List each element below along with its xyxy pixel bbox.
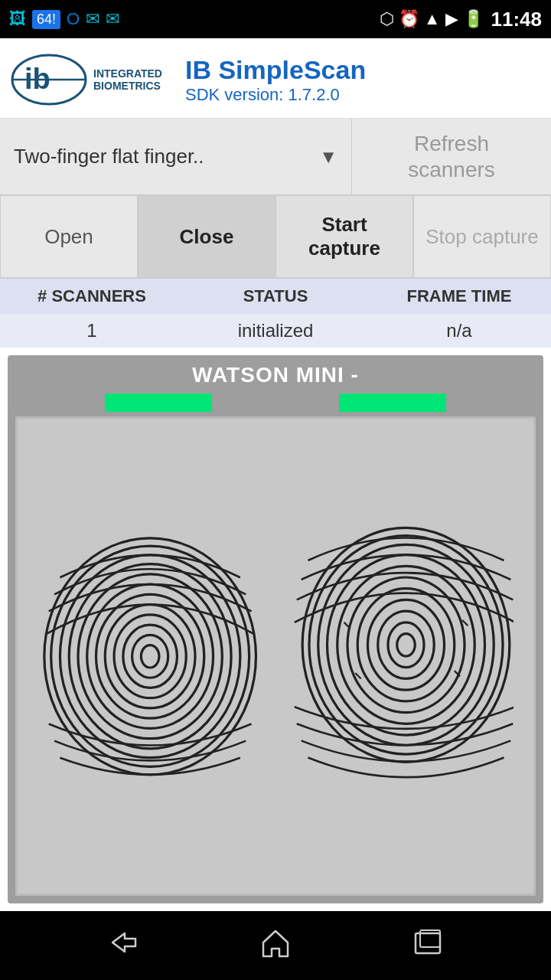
back-button[interactable] <box>106 929 140 963</box>
status-time: 11:48 <box>491 8 543 31</box>
svg-point-23 <box>318 544 494 745</box>
close-button[interactable]: Close <box>138 195 276 278</box>
logo-line2: BIOMETRICS <box>93 80 162 92</box>
controls-row: Two-finger flat finger.. ▼ Refresh scann… <box>0 119 551 195</box>
ib-logo-svg: ib <box>11 52 87 107</box>
stop-capture-button[interactable]: Stop capture <box>413 195 551 278</box>
svg-point-18 <box>368 600 445 691</box>
app-header: ib INTEGRATED BIOMETRICS IB SimpleScan S… <box>0 38 551 119</box>
scanner-dropdown[interactable]: Two-finger flat finger.. ▼ <box>0 119 351 194</box>
open-button[interactable]: Open <box>0 195 138 278</box>
app-title-container: IB SimpleScan SDK version: 1.7.2.0 <box>185 55 366 105</box>
start-capture-button[interactable]: Start capture <box>276 195 413 278</box>
svg-rect-30 <box>416 933 440 953</box>
logo-line1: INTEGRATED <box>93 67 162 80</box>
recents-icon <box>411 929 445 956</box>
svg-point-10 <box>78 574 222 739</box>
svg-point-4 <box>132 635 168 678</box>
refresh-scanners-button[interactable]: Refresh scanners <box>352 119 551 194</box>
col-frametime-header: FRAME TIME <box>367 286 551 306</box>
col-scanners-header: # SCANNERS <box>0 286 184 306</box>
logo-text: INTEGRATED BIOMETRICS <box>93 67 162 92</box>
mail2-icon: ✉ <box>106 9 119 29</box>
status-table: # SCANNERS STATUS FRAME TIME 1 initializ… <box>0 279 551 348</box>
outlook-icon: O <box>67 9 80 29</box>
back-icon <box>106 929 140 956</box>
action-buttons-row: Open Close Start capture Stop capture <box>0 195 551 279</box>
col-scanners-value: 1 <box>0 320 184 341</box>
home-button[interactable] <box>260 927 291 965</box>
svg-point-13 <box>51 546 249 766</box>
scanner-area: WATSON MINI - <box>8 355 543 903</box>
status-data-row: 1 initialized n/a <box>0 314 551 348</box>
svg-point-25 <box>302 528 510 762</box>
refresh-scanners-label: Refresh scanners <box>408 132 495 181</box>
left-indicator <box>105 394 212 412</box>
recents-button[interactable] <box>411 929 445 963</box>
phone-icon: ⬡ <box>380 9 394 29</box>
col-status-header: STATUS <box>184 286 367 306</box>
notification-badge: 64! <box>32 10 60 29</box>
battery-icon: 🔋 <box>463 9 484 29</box>
chevron-down-icon: ▼ <box>319 146 337 168</box>
svg-point-22 <box>328 555 485 735</box>
svg-point-6 <box>114 615 186 698</box>
home-icon <box>260 927 291 958</box>
scanner-dropdown-container: Two-finger flat finger.. ▼ <box>0 119 352 194</box>
signal-icon: ▶ <box>445 9 458 29</box>
alarm-icon: ⏰ <box>399 9 419 29</box>
indicator-row <box>41 394 510 412</box>
scanner-title: WATSON MINI - <box>192 363 359 387</box>
app-title: IB SimpleScan <box>185 55 366 85</box>
status-header-row: # SCANNERS STATUS FRAME TIME <box>0 279 551 314</box>
col-status-value: initialized <box>184 320 367 341</box>
col-frametime-value: n/a <box>367 320 551 341</box>
status-bar: 🖼 64! O ✉ ✉ ⬡ ⏰ ▲ ▶ 🔋 11:48 <box>0 0 551 38</box>
dropdown-label: Two-finger flat finger.. <box>14 145 204 168</box>
fingerprint-right <box>288 498 513 814</box>
svg-point-3 <box>142 645 160 667</box>
svg-point-16 <box>388 622 424 668</box>
app-content: ib INTEGRATED BIOMETRICS IB SimpleScan S… <box>0 38 551 911</box>
status-bar-right: ⬡ ⏰ ▲ ▶ 🔋 11:48 <box>380 8 542 31</box>
logo-container: ib INTEGRATED BIOMETRICS <box>11 52 162 107</box>
nav-bar <box>0 911 551 980</box>
photo-icon: 🖼 <box>9 9 26 29</box>
fingerprint-frame <box>15 416 536 896</box>
svg-point-8 <box>96 594 204 718</box>
svg-point-19 <box>358 589 455 701</box>
mail-icon: ✉ <box>86 9 99 29</box>
right-indicator <box>339 394 446 412</box>
svg-point-7 <box>106 604 196 707</box>
svg-point-15 <box>397 634 416 656</box>
fingerprint-left <box>37 510 262 803</box>
status-bar-left: 🖼 64! O ✉ ✉ <box>9 9 119 29</box>
wifi-icon: ▲ <box>424 9 441 29</box>
app-version: SDK version: 1.7.2.0 <box>185 85 366 105</box>
